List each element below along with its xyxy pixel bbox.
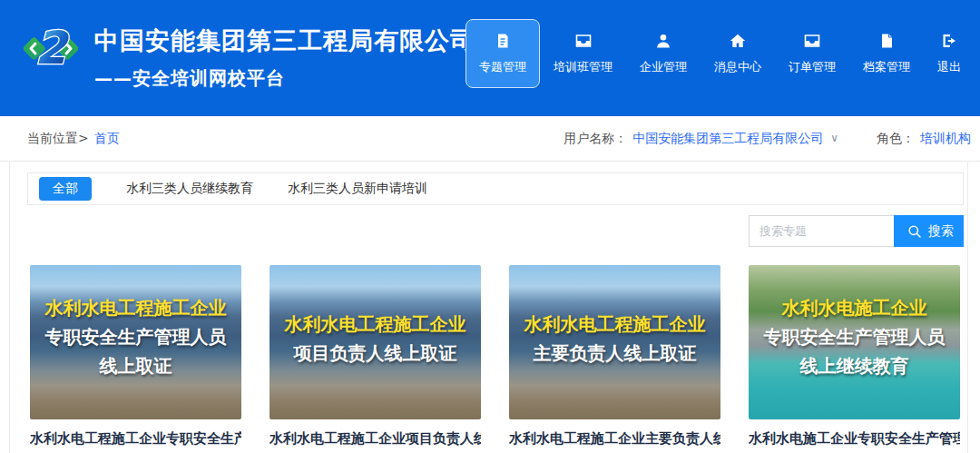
- overlay-line: 水利水电施工企业: [749, 293, 960, 322]
- overlay-line: 项目负责人线上取证: [270, 339, 481, 368]
- breadcrumb-prefix: 当前位置>: [27, 131, 89, 145]
- course-card-overlay: 水利水电工程施工企业 专职安全生产管理人员 线上取证: [30, 293, 241, 380]
- role-label: 角色：: [877, 116, 915, 161]
- breadcrumb-bar: 当前位置>首页 用户名称： 中国安能集团第三工程局有限公司 ∨ 角色： 培训机构: [0, 116, 980, 162]
- search-icon: [907, 224, 922, 239]
- tab-new-application-training[interactable]: 水利三类人员新申请培训: [288, 181, 427, 197]
- company-logo-icon: 2: [24, 24, 78, 74]
- overlay-line: 线上继续教育: [749, 351, 960, 380]
- course-card[interactable]: 水利水电工程施工企业 专职安全生产管理人员 线上取证 水利水电工程施工企业专职安…: [30, 265, 241, 448]
- chevron-down-icon[interactable]: ∨: [830, 116, 838, 161]
- course-card[interactable]: 水利水电施工企业 专职安全生产管理人员 线上继续教育 水利水电施工企业专职安全生…: [749, 265, 960, 448]
- course-card-image[interactable]: 水利水电工程施工企业 项目负责人线上取证: [270, 265, 481, 419]
- course-card-overlay: 水利水电工程施工企业 主要负责人线上取证: [509, 310, 720, 368]
- inbox-icon: [803, 32, 821, 50]
- course-card-image[interactable]: 水利水电工程施工企业 专职安全生产管理人员 线上取证: [30, 265, 241, 419]
- nav-item-order-management[interactable]: 订单管理: [775, 19, 849, 88]
- user-info: 用户名称： 中国安能集团第三工程局有限公司 ∨ 角色： 培训机构: [564, 116, 971, 161]
- overlay-line: 专职安全生产管理人员: [749, 322, 960, 351]
- platform-subtitle: ——安全培训网校平台: [94, 66, 475, 91]
- course-card-overlay: 水利水电工程施工企业 项目负责人线上取证: [270, 310, 481, 368]
- nav-label: 培训班管理: [554, 59, 612, 75]
- nav-label: 专题管理: [479, 59, 526, 75]
- course-card-title: 水利水电工程施工企业专职安全生产管理...: [30, 430, 241, 448]
- container-border-right: [967, 162, 968, 453]
- overlay-line: 专职安全生产管理人员: [30, 322, 241, 351]
- document-icon: [494, 32, 512, 50]
- course-card-image[interactable]: 水利水电工程施工企业 主要负责人线上取证: [509, 265, 720, 419]
- nav-item-topic-management[interactable]: 专题管理: [466, 19, 540, 88]
- main-content: 全部 水利三类人员继续教育 水利三类人员新申请培训 搜索 水利水电工程施工企业 …: [0, 162, 980, 453]
- course-card-title: 水利水电工程施工企业项目负责人线上取证: [270, 430, 481, 448]
- overlay-line: 主要负责人线上取证: [509, 339, 720, 368]
- nav-label: 退出: [937, 59, 961, 75]
- course-card-image[interactable]: 水利水电施工企业 专职安全生产管理人员 线上继续教育: [749, 265, 960, 419]
- course-card[interactable]: 水利水电工程施工企业 主要负责人线上取证 水利水电工程施工企业主要负责人线上取证: [509, 265, 720, 448]
- category-tabbar: 全部 水利三类人员继续教育 水利三类人员新申请培训: [27, 172, 964, 205]
- username-label: 用户名称：: [564, 116, 627, 161]
- course-card-title: 水利水电工程施工企业主要负责人线上取证: [509, 430, 720, 448]
- nav-label: 消息中心: [714, 59, 761, 75]
- nav-label: 企业管理: [640, 59, 687, 75]
- company-name: 中国安能集团第三工程局有限公司: [94, 25, 475, 57]
- user-icon: [654, 32, 672, 50]
- overlay-line: 水利水电工程施工企业: [30, 293, 241, 322]
- nav-item-message-center[interactable]: 消息中心: [701, 19, 775, 88]
- search-button[interactable]: 搜索: [894, 215, 964, 247]
- nav-item-class-management[interactable]: 培训班管理: [540, 19, 626, 88]
- logout-icon: [940, 32, 958, 50]
- role-value-link[interactable]: 培训机构: [920, 116, 971, 161]
- course-card-title: 水利水电施工企业专职安全生产管理人员...: [749, 430, 960, 448]
- main-nav: 专题管理 培训班管理 企业管理 消息中心: [466, 19, 975, 88]
- search-input[interactable]: [749, 215, 895, 247]
- breadcrumb-home-link[interactable]: 首页: [94, 131, 120, 145]
- overlay-line: 水利水电工程施工企业: [509, 310, 720, 339]
- inbox-icon: [574, 32, 593, 50]
- nav-item-archive-management[interactable]: 档案管理: [849, 19, 924, 88]
- username-value-link[interactable]: 中国安能集团第三工程局有限公司: [632, 116, 823, 161]
- search-area: 搜索: [749, 215, 964, 247]
- svg-text:2: 2: [35, 24, 71, 74]
- tab-all[interactable]: 全部: [39, 177, 92, 201]
- title-block: 中国安能集团第三工程局有限公司 ——安全培训网校平台: [94, 25, 475, 91]
- course-card[interactable]: 水利水电工程施工企业 项目负责人线上取证 水利水电工程施工企业项目负责人线上取证: [270, 265, 481, 448]
- file-icon: [877, 32, 896, 50]
- page: 2 中国安能集团第三工程局有限公司 ——安全培训网校平台 专题管理 培训班管理: [0, 0, 980, 453]
- search-button-label: 搜索: [928, 223, 954, 240]
- breadcrumb: 当前位置>首页: [27, 116, 120, 161]
- nav-item-enterprise-management[interactable]: 企业管理: [626, 19, 701, 88]
- course-card-overlay: 水利水电施工企业 专职安全生产管理人员 线上继续教育: [749, 293, 960, 380]
- overlay-line: 水利水电工程施工企业: [270, 310, 481, 339]
- nav-item-logout[interactable]: 退出: [924, 19, 975, 88]
- tab-continuing-education[interactable]: 水利三类人员继续教育: [126, 181, 253, 197]
- nav-label: 档案管理: [863, 59, 910, 75]
- app-header: 2 中国安能集团第三工程局有限公司 ——安全培训网校平台 专题管理 培训班管理: [0, 0, 980, 116]
- container-border-left: [9, 162, 10, 453]
- overlay-line: 线上取证: [30, 351, 241, 380]
- nav-label: 订单管理: [789, 59, 836, 75]
- home-icon: [729, 32, 747, 50]
